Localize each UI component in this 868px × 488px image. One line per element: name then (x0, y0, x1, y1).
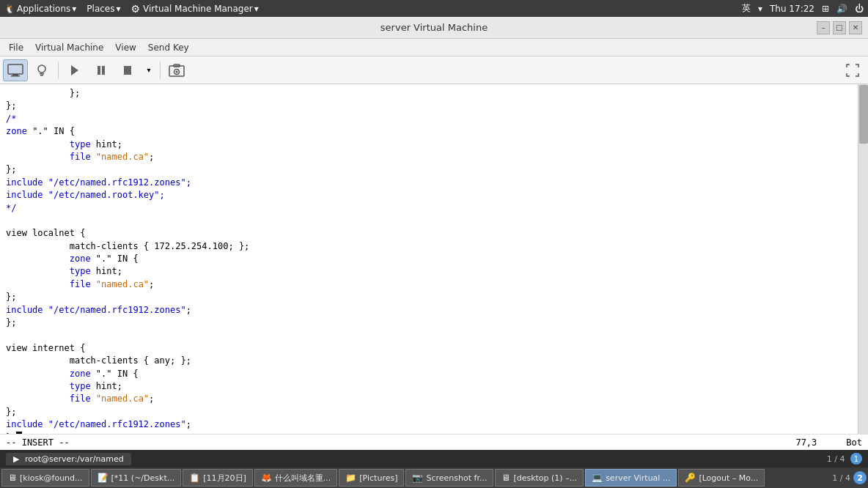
taskbar-icon-vm: 💻 (592, 473, 603, 483)
taskbar-label-pictures: [Pictures] (359, 473, 397, 483)
taskbar-label-screenshot: Screenshot fr... (426, 473, 487, 483)
power-icon: ⏻ (855, 4, 864, 14)
vmm-chevron: ▾ (254, 4, 259, 14)
taskbar-icon-editor: 📝 (98, 473, 108, 483)
editor-content[interactable]: }; }; /* zone "." IN { type hint; file "… (0, 84, 858, 434)
taskbar-label-kiosk: [kiosk@found... (20, 473, 83, 483)
taskbar-item-kiosk[interactable]: 🖥 [kiosk@found... (1, 469, 89, 487)
svg-rect-5 (40, 75, 43, 76)
vm-window: server Virtual Machine – □ ✕ File Virtua… (0, 17, 868, 488)
toolbar-separator-1 (58, 62, 59, 79)
toolbar-separator-2 (160, 62, 161, 79)
menu-send-key[interactable]: Send Key (142, 41, 195, 54)
taskbar-label-calendar: [11月20日] (203, 473, 246, 484)
fullscreen-button[interactable] (840, 59, 865, 81)
close-button[interactable]: ✕ (849, 21, 862, 34)
terminal-titlebar: ▶ root@server:/var/named 1 / 4 1 (0, 450, 868, 467)
applications-icon: 🐧 (4, 4, 15, 14)
taskbar-label-vm: server Virtual ... (606, 473, 670, 483)
monitor-icon (7, 64, 23, 77)
terminal-icon: ▶ (13, 454, 19, 464)
places-label: Places (87, 4, 114, 14)
svg-rect-0 (8, 64, 23, 74)
screenshot-icon (169, 64, 185, 77)
editor-scroll-area: }; }; /* zone "." IN { type hint; file "… (0, 84, 868, 434)
play-icon (70, 64, 80, 76)
vmm-menu[interactable]: ⚙ Virtual Machine Manager ▾ (131, 3, 259, 15)
svg-rect-8 (102, 66, 105, 75)
volume-icon: 🔊 (836, 4, 847, 14)
menu-virtual-machine[interactable]: Virtual Machine (29, 41, 109, 54)
vim-scroll: Bot (846, 437, 862, 448)
terminal-page-badge: 1 (850, 453, 862, 465)
taskbar-item-desktop[interactable]: 🖥 [desktop (1) –... (495, 469, 584, 487)
taskbar-page-info: 1 / 4 2 (832, 471, 867, 484)
screenshot-button[interactable] (164, 59, 189, 81)
pause-button[interactable] (89, 59, 114, 81)
taskbar-icon-browser: 🦊 (261, 473, 272, 483)
window-title: server Virtual Machine (380, 22, 488, 33)
window-icon: ⊞ (822, 4, 829, 14)
taskbar-item-screenshot[interactable]: 📷 Screenshot fr... (405, 469, 493, 487)
taskbar-label-browser: 什么叫域名重... (275, 473, 331, 484)
menu-bar: File Virtual Machine View Send Key (0, 39, 868, 56)
taskbar-page-number: 1 / 4 (832, 473, 850, 483)
toolbar: ▾ (0, 56, 868, 84)
places-chevron: ▾ (117, 4, 121, 14)
language-indicator[interactable]: 英 (742, 2, 751, 15)
menu-view[interactable]: View (109, 41, 141, 54)
svg-rect-2 (11, 75, 20, 77)
scrollbar-thumb[interactable] (859, 85, 868, 144)
pause-icon (96, 64, 106, 76)
page-indicator: 2 (853, 471, 867, 484)
vmm-label: Virtual Machine Manager (143, 4, 253, 14)
minimize-button[interactable]: – (817, 21, 830, 34)
maximize-button[interactable]: □ (833, 21, 846, 34)
svg-rect-1 (12, 74, 18, 75)
applications-menu[interactable]: 🐧 Applications ▾ (4, 4, 76, 14)
details-button[interactable] (29, 59, 54, 81)
stop-button[interactable] (115, 59, 140, 81)
svg-rect-9 (124, 66, 131, 75)
clock: Thu 17:22 (770, 4, 814, 14)
taskbar-item-browser[interactable]: 🦊 什么叫域名重... (254, 469, 338, 487)
stop-icon (122, 64, 133, 76)
terminal-page-info: 1 / 4 1 (827, 453, 862, 465)
svg-rect-7 (98, 66, 100, 75)
taskbar-item-editor[interactable]: 📝 [*11 (~/Deskt... (91, 469, 182, 487)
menu-file[interactable]: File (3, 41, 29, 54)
bulb-icon (35, 64, 48, 77)
title-bar: server Virtual Machine – □ ✕ (0, 17, 868, 39)
run-button[interactable] (62, 59, 87, 81)
fullscreen-icon (846, 64, 859, 77)
taskbar: 🖥 [kiosk@found... 📝 [*11 (~/Deskt... 📋 [… (0, 467, 868, 488)
vim-status-bar: -- INSERT -- 77,3 Bot (0, 434, 868, 450)
taskbar-item-pictures[interactable]: 📁 [Pictures] (339, 469, 404, 487)
lang-chevron: ▾ (758, 4, 762, 14)
power-dropdown[interactable]: ▾ (141, 59, 156, 81)
places-menu[interactable]: Places ▾ (87, 4, 120, 14)
svg-point-3 (38, 65, 45, 73)
system-bar: 🐧 Applications ▾ Places ▾ ⚙ Virtual Mach… (0, 0, 868, 17)
taskbar-item-calendar[interactable]: 📋 [11月20日] (183, 469, 253, 487)
main-area: }; }; /* zone "." IN { type hint; file "… (0, 84, 868, 467)
scrollbar[interactable] (858, 84, 868, 434)
svg-marker-6 (71, 65, 78, 75)
vm-display[interactable]: }; }; /* zone "." IN { type hint; file "… (0, 84, 868, 467)
taskbar-item-vm[interactable]: 💻 server Virtual ... (585, 469, 677, 487)
apps-chevron: ▾ (72, 4, 76, 14)
monitor-button[interactable] (3, 59, 28, 81)
taskbar-icon-pictures: 📁 (345, 473, 356, 483)
taskbar-icon-logout: 🔑 (685, 473, 696, 483)
taskbar-icon-calendar: 📋 (189, 473, 200, 483)
page-num: 2 (857, 473, 863, 483)
taskbar-icon-screenshot: 📷 (412, 473, 423, 483)
vmm-icon: ⚙ (131, 3, 141, 15)
taskbar-label-logout: [Logout – Mo... (699, 473, 758, 483)
taskbar-item-logout[interactable]: 🔑 [Logout – Mo... (678, 469, 765, 487)
svg-point-13 (176, 70, 178, 73)
terminal-page-number: 1 / 4 (827, 454, 845, 464)
terminal-tab[interactable]: ▶ root@server:/var/named (6, 453, 131, 465)
applications-label: Applications (17, 4, 70, 14)
svg-rect-4 (40, 73, 44, 75)
